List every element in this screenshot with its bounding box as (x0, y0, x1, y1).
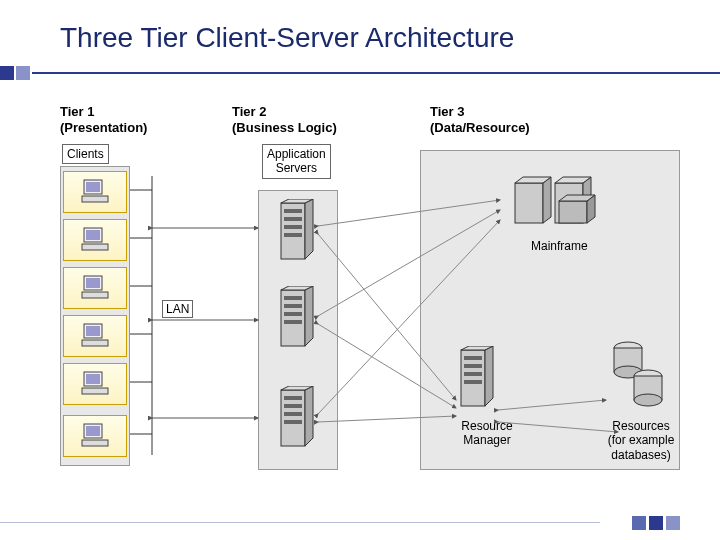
res-l1: Resources (612, 419, 669, 433)
svg-marker-26 (305, 286, 313, 346)
lan-label: LAN (162, 300, 193, 318)
svg-rect-24 (284, 233, 302, 237)
app-server-2 (279, 286, 317, 350)
resource-manager-icon (459, 346, 497, 414)
svg-rect-39 (515, 183, 543, 223)
mainframe-icon (511, 171, 611, 235)
tier2-header-l1: Tier 2 (232, 104, 266, 119)
resmgr-l2: Manager (463, 433, 510, 447)
app-servers-label: Application Servers (262, 144, 331, 179)
svg-rect-4 (86, 230, 100, 240)
tier3-header-l2: (Data/Resource) (430, 120, 530, 135)
tier3-header: Tier 3 (Data/Resource) (430, 104, 530, 137)
svg-rect-22 (284, 217, 302, 221)
svg-rect-45 (559, 201, 587, 223)
svg-rect-53 (464, 372, 482, 376)
tier1-header-l1: Tier 1 (60, 104, 94, 119)
svg-marker-33 (305, 386, 313, 446)
svg-rect-13 (86, 374, 100, 384)
svg-marker-49 (485, 346, 493, 406)
svg-rect-54 (464, 380, 482, 384)
resources-label: Resources (for example databases) (601, 419, 681, 462)
tier2-panel (258, 190, 338, 470)
tier2-header-l2: (Business Logic) (232, 120, 337, 135)
svg-rect-30 (284, 312, 302, 316)
client-6 (63, 415, 127, 457)
resmgr-l1: Resource (461, 419, 512, 433)
svg-point-60 (634, 394, 662, 406)
svg-rect-28 (284, 296, 302, 300)
tier2-header: Tier 2 (Business Logic) (232, 104, 337, 137)
svg-marker-40 (543, 177, 551, 223)
client-2 (63, 219, 127, 261)
svg-rect-11 (82, 340, 108, 346)
tier1-header: Tier 1 (Presentation) (60, 104, 147, 137)
client-4 (63, 315, 127, 357)
decor-top (0, 66, 720, 80)
clients-label: Clients (62, 144, 109, 164)
svg-rect-52 (464, 364, 482, 368)
svg-rect-35 (284, 396, 302, 400)
tier1-panel (60, 166, 130, 466)
client-1 (63, 171, 127, 213)
res-l2: (for example (608, 433, 675, 447)
appserv-l1: Application (267, 147, 326, 161)
svg-rect-21 (284, 209, 302, 213)
app-server-3 (279, 386, 317, 450)
tier3-header-l1: Tier 3 (430, 104, 464, 119)
svg-rect-37 (284, 412, 302, 416)
svg-rect-14 (82, 388, 108, 394)
client-5 (63, 363, 127, 405)
svg-rect-31 (284, 320, 302, 324)
svg-rect-7 (86, 278, 100, 288)
resource-manager-label: Resource Manager (447, 419, 527, 448)
svg-rect-36 (284, 404, 302, 408)
svg-rect-17 (82, 440, 108, 446)
mainframe-label: Mainframe (531, 239, 588, 253)
app-server-1 (279, 199, 317, 263)
decor-bottom-line (0, 522, 600, 523)
svg-marker-19 (305, 199, 313, 259)
svg-rect-23 (284, 225, 302, 229)
res-l3: databases) (611, 448, 670, 462)
slide-title: Three Tier Client-Server Architecture (60, 22, 514, 54)
client-3 (63, 267, 127, 309)
tier1-header-l2: (Presentation) (60, 120, 147, 135)
svg-rect-16 (86, 426, 100, 436)
svg-rect-29 (284, 304, 302, 308)
tier3-panel: Mainframe Resource Manager Resources (fo… (420, 150, 680, 470)
appserv-l2: Servers (276, 161, 317, 175)
decor-bottom (632, 516, 680, 530)
svg-rect-38 (284, 420, 302, 424)
database-2-icon (631, 369, 665, 413)
svg-rect-10 (86, 326, 100, 336)
svg-rect-8 (82, 292, 108, 298)
svg-rect-51 (464, 356, 482, 360)
svg-rect-2 (82, 196, 108, 202)
svg-rect-1 (86, 182, 100, 192)
svg-rect-5 (82, 244, 108, 250)
